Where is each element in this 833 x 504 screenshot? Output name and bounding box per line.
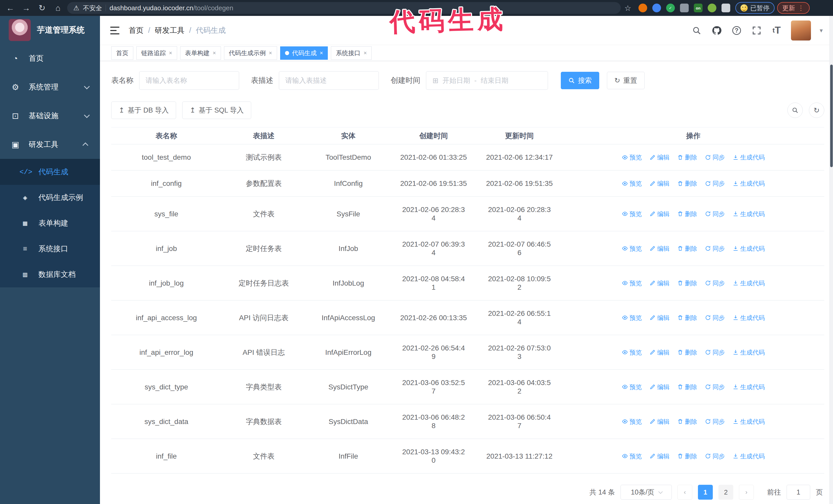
generate-code-link[interactable]: 生成代码 bbox=[733, 348, 765, 357]
tab-链路追踪[interactable]: 链路追踪× bbox=[136, 46, 177, 60]
preview-link[interactable]: 预览 bbox=[622, 452, 642, 460]
tab-close-icon[interactable]: × bbox=[213, 50, 216, 56]
sync-link[interactable]: 同步 bbox=[705, 179, 725, 188]
submenu-item-表单构建[interactable]: ▦表单构建 bbox=[0, 211, 100, 236]
delete-link[interactable]: 删除 bbox=[677, 279, 697, 287]
goto-page-input[interactable] bbox=[787, 485, 810, 500]
sync-link[interactable]: 同步 bbox=[705, 348, 725, 357]
forward-icon[interactable]: → bbox=[20, 2, 33, 14]
tab-表单构建[interactable]: 表单构建× bbox=[180, 46, 221, 60]
breadcrumb-item[interactable]: 代码生成 bbox=[196, 25, 225, 35]
tab-close-icon[interactable]: × bbox=[269, 50, 272, 56]
sidebar-item-首页[interactable]: ◔首页 bbox=[0, 44, 100, 73]
tab-close-icon[interactable]: × bbox=[320, 50, 323, 56]
submenu-item-系统接口[interactable]: ≡系统接口 bbox=[0, 236, 100, 262]
ext-blue-drop-icon[interactable] bbox=[652, 4, 661, 12]
edit-link[interactable]: 编辑 bbox=[649, 383, 669, 391]
start-date-placeholder[interactable]: 开始日期 bbox=[443, 76, 470, 85]
generate-code-link[interactable]: 生成代码 bbox=[733, 279, 765, 287]
sidebar-item-基础设施[interactable]: ⊡基础设施 bbox=[0, 101, 100, 130]
generate-code-link[interactable]: 生成代码 bbox=[733, 417, 765, 426]
preview-link[interactable]: 预览 bbox=[622, 417, 642, 426]
table-name-input[interactable] bbox=[146, 77, 233, 85]
sync-link[interactable]: 同步 bbox=[705, 210, 725, 218]
page-button-2[interactable]: 2 bbox=[718, 485, 733, 500]
caret-down-icon[interactable]: ▾ bbox=[820, 27, 823, 34]
next-page-button[interactable]: › bbox=[739, 485, 754, 500]
breadcrumb-item[interactable]: 首页 bbox=[129, 25, 144, 35]
toggle-search-button[interactable] bbox=[787, 102, 803, 118]
sync-link[interactable]: 同步 bbox=[705, 279, 725, 287]
help-icon[interactable]: ? bbox=[731, 25, 742, 36]
ext-on-badge-icon[interactable]: on bbox=[694, 4, 703, 12]
generate-code-link[interactable]: 生成代码 bbox=[733, 244, 765, 253]
delete-link[interactable]: 删除 bbox=[677, 244, 697, 253]
table-desc-field[interactable] bbox=[279, 71, 379, 90]
ext-green-figure-icon[interactable] bbox=[708, 4, 716, 12]
edit-link[interactable]: 编辑 bbox=[649, 452, 669, 460]
tab-close-icon[interactable]: × bbox=[169, 50, 172, 56]
sidebar-item-研发工具[interactable]: ▣研发工具 bbox=[0, 130, 100, 159]
preview-link[interactable]: 预览 bbox=[622, 279, 642, 287]
sync-link[interactable]: 同步 bbox=[705, 314, 725, 322]
search-icon[interactable] bbox=[691, 25, 702, 36]
ext-gray-grid-icon[interactable] bbox=[680, 4, 689, 12]
import-sql-button[interactable]: ↥ 基于 SQL 导入 bbox=[182, 101, 251, 119]
tab-代码生成[interactable]: 代码生成× bbox=[280, 46, 328, 60]
ext-green-check-icon[interactable]: ✓ bbox=[666, 4, 675, 12]
bookmark-star-icon[interactable]: ☆ bbox=[624, 4, 631, 13]
sync-link[interactable]: 同步 bbox=[705, 452, 725, 460]
edit-link[interactable]: 编辑 bbox=[649, 279, 669, 287]
submenu-item-代码生成[interactable]: </>代码生成 bbox=[0, 159, 100, 185]
address-bar[interactable]: ⚠ 不安全 dashboard.yudao.iocoder.cn/tool/co… bbox=[67, 2, 621, 14]
preview-link[interactable]: 预览 bbox=[622, 210, 642, 218]
reset-button[interactable]: ↻ 重置 bbox=[607, 72, 645, 89]
import-db-button[interactable]: ↥ 基于 DB 导入 bbox=[111, 101, 176, 119]
generate-code-link[interactable]: 生成代码 bbox=[733, 210, 765, 218]
generate-code-link[interactable]: 生成代码 bbox=[733, 179, 765, 188]
tab-close-icon[interactable]: × bbox=[363, 50, 367, 56]
sync-link[interactable]: 同步 bbox=[705, 417, 725, 426]
browser-update-button[interactable]: 更新 ⋮ bbox=[777, 2, 810, 14]
tab-首页[interactable]: 首页 bbox=[111, 46, 133, 60]
preview-link[interactable]: 预览 bbox=[622, 348, 642, 357]
edit-link[interactable]: 编辑 bbox=[649, 417, 669, 426]
delete-link[interactable]: 删除 bbox=[677, 452, 697, 460]
delete-link[interactable]: 删除 bbox=[677, 417, 697, 426]
table-desc-input[interactable] bbox=[285, 77, 373, 85]
fullscreen-icon[interactable] bbox=[751, 25, 762, 36]
edit-link[interactable]: 编辑 bbox=[649, 179, 669, 188]
table-name-field[interactable] bbox=[139, 71, 239, 90]
generate-code-link[interactable]: 生成代码 bbox=[733, 314, 765, 322]
preview-link[interactable]: 预览 bbox=[622, 244, 642, 253]
paused-extension-badge[interactable]: 已暂停 bbox=[735, 2, 775, 14]
tab-代码生成示例[interactable]: 代码生成示例× bbox=[224, 46, 277, 60]
date-range-picker[interactable]: ⊞ 开始日期 - 结束日期 bbox=[426, 71, 548, 90]
breadcrumb-item[interactable]: 研发工具 bbox=[155, 25, 185, 35]
search-button[interactable]: 搜索 bbox=[561, 72, 599, 89]
preview-link[interactable]: 预览 bbox=[622, 179, 642, 188]
ext-orange-circle-icon[interactable] bbox=[639, 4, 647, 12]
delete-link[interactable]: 删除 bbox=[677, 383, 697, 391]
edit-link[interactable]: 编辑 bbox=[649, 210, 669, 218]
generate-code-link[interactable]: 生成代码 bbox=[733, 383, 765, 391]
home-icon[interactable]: ⌂ bbox=[51, 2, 65, 14]
edit-link[interactable]: 编辑 bbox=[649, 348, 669, 357]
back-icon[interactable]: ← bbox=[4, 2, 17, 14]
font-size-icon[interactable]: tT bbox=[771, 25, 782, 36]
browser-menu-icon[interactable]: ⋮ bbox=[798, 4, 805, 12]
page-scrollbar[interactable] bbox=[829, 16, 833, 504]
edit-link[interactable]: 编辑 bbox=[649, 244, 669, 253]
page-size-select[interactable]: 10条/页 bbox=[620, 485, 672, 500]
refresh-table-button[interactable]: ↻ bbox=[809, 102, 824, 118]
sync-link[interactable]: 同步 bbox=[705, 383, 725, 391]
preview-link[interactable]: 预览 bbox=[622, 383, 642, 391]
sync-link[interactable]: 同步 bbox=[705, 244, 725, 253]
generate-code-link[interactable]: 生成代码 bbox=[733, 452, 765, 460]
preview-link[interactable]: 预览 bbox=[622, 314, 642, 322]
reload-icon[interactable]: ↻ bbox=[35, 2, 49, 14]
github-icon[interactable] bbox=[711, 25, 722, 36]
sidebar-collapse-icon[interactable] bbox=[110, 27, 119, 34]
edit-link[interactable]: 编辑 bbox=[649, 153, 669, 162]
submenu-item-代码生成示例[interactable]: ◈代码生成示例 bbox=[0, 185, 100, 211]
